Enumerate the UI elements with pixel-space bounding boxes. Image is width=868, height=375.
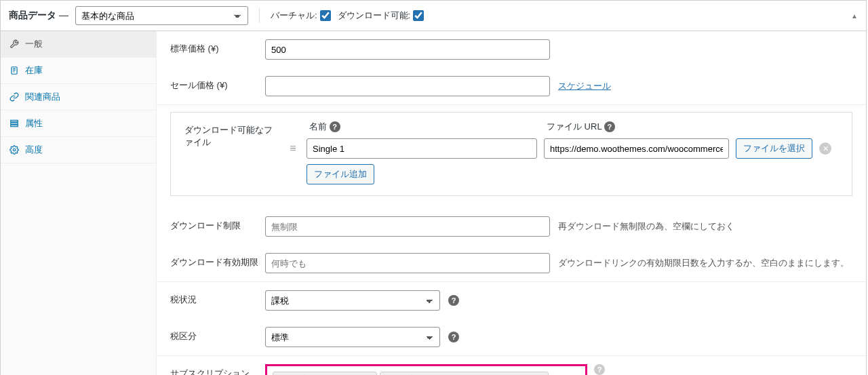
virtual-checkbox-group[interactable]: バーチャル:: [271, 9, 331, 22]
subscription-select-box[interactable]: × 野菜定期パック (#8377) × 野菜定期パック (バリエーション) (#…: [265, 364, 587, 375]
col-url-label: ファイル URL: [547, 121, 601, 132]
regular-price-label: 標準価格 (¥): [170, 39, 258, 55]
svg-rect-2: [11, 123, 18, 124]
tab-general[interactable]: 一般: [1, 31, 156, 58]
tax-class-row: 税区分 標準 ?: [157, 319, 866, 356]
svg-point-4: [13, 149, 16, 151]
tab-linked-label: 関連商品: [25, 91, 60, 103]
tab-linked[interactable]: 関連商品: [1, 84, 156, 111]
tabs-sidebar: 一般 在庫 関連商品 属性: [1, 31, 157, 375]
download-expiry-input[interactable]: [265, 253, 550, 273]
help-icon[interactable]: ?: [448, 295, 459, 306]
download-limit-input[interactable]: [265, 216, 550, 237]
regular-price-row: 標準価格 (¥): [157, 31, 866, 68]
svg-rect-1: [11, 120, 18, 121]
virtual-label: バーチャル:: [271, 9, 317, 22]
help-icon[interactable]: ?: [330, 121, 340, 132]
sale-price-label: セール価格 (¥): [170, 76, 258, 92]
help-icon[interactable]: ?: [448, 332, 459, 342]
add-file-button[interactable]: ファイル追加: [307, 164, 374, 184]
link-icon: [9, 92, 20, 102]
tab-inventory[interactable]: 在庫: [1, 58, 156, 84]
gear-icon: [9, 145, 20, 155]
tab-advanced-label: 高度: [25, 144, 43, 156]
virtual-checkbox[interactable]: [320, 10, 331, 21]
download-expiry-label: ダウンロード有効期限: [170, 253, 258, 269]
product-type-select[interactable]: 基本的な商品: [75, 6, 248, 25]
download-limit-label: ダウンロード制限: [170, 216, 258, 232]
subscription-tag: × 野菜定期パック (#8377): [273, 372, 377, 375]
help-icon[interactable]: ?: [594, 364, 605, 375]
downloadable-checkbox-group[interactable]: ダウンロード可能:: [338, 9, 425, 22]
download-limit-row: ダウンロード制限 再ダウンロード無制限の為、空欄にしておく: [157, 208, 866, 245]
file-url-input[interactable]: [544, 138, 729, 159]
download-expiry-help: ダウンロードリンクの有効期限日数を入力するか、空白のままにします。: [558, 257, 849, 269]
download-limit-help: 再ダウンロード無制限の為、空欄にしておく: [558, 220, 734, 233]
downloadable-files-box: ダウンロード可能なファイル 名前 ? ファイル URL ?: [170, 112, 852, 196]
tab-advanced[interactable]: 高度: [1, 137, 156, 163]
schedule-link[interactable]: スケジュール: [558, 80, 611, 92]
subscription-row: サブスクリプション × 野菜定期パック (#8377) × 野菜定期パック (バ…: [157, 356, 866, 375]
regular-price-input[interactable]: [265, 39, 550, 60]
sale-price-input[interactable]: [265, 76, 550, 96]
subscription-tag: × 野菜定期パック (バリエーション) (#8379): [380, 372, 549, 375]
help-icon[interactable]: ?: [604, 121, 615, 132]
wrench-icon: [9, 39, 20, 49]
downloadable-label: ダウンロード可能:: [338, 9, 411, 22]
file-name-input[interactable]: [307, 138, 537, 159]
file-row: ≡ ファイルを選択 ✕: [279, 138, 838, 164]
files-header-row: 名前 ? ファイル URL ?: [279, 121, 838, 138]
list-icon: [9, 119, 20, 128]
drag-handle-icon[interactable]: ≡: [286, 142, 300, 155]
tax-class-label: 税区分: [170, 327, 258, 342]
panel-header: 商品データ — 基本的な商品 バーチャル: ダウンロード可能: ▲: [1, 1, 866, 31]
panel-title-text: 商品データ: [9, 9, 56, 20]
svg-rect-3: [11, 125, 18, 126]
panel-title: 商品データ —: [9, 9, 68, 22]
tax-status-row: 税状況 課税 ?: [157, 282, 866, 319]
downloadable-checkbox[interactable]: [413, 10, 424, 21]
delete-file-icon[interactable]: ✕: [819, 142, 831, 155]
tab-general-label: 一般: [25, 38, 43, 50]
choose-file-button[interactable]: ファイルを選択: [736, 138, 812, 159]
tab-attributes[interactable]: 属性: [1, 111, 156, 137]
tab-attributes-label: 属性: [25, 117, 43, 130]
collapse-toggle-icon[interactable]: ▲: [851, 12, 858, 20]
title-dash: —: [59, 9, 68, 20]
files-section-label: ダウンロード可能なファイル: [184, 121, 273, 191]
col-name-label: 名前: [309, 121, 327, 132]
panel-body: 一般 在庫 関連商品 属性: [1, 31, 866, 375]
clipboard-icon: [9, 66, 20, 75]
tab-content: 標準価格 (¥) セール価格 (¥) スケジュール ダウンロード可能なファイル: [157, 31, 866, 375]
product-data-panel: 商品データ — 基本的な商品 バーチャル: ダウンロード可能: ▲ 一般: [0, 0, 867, 375]
tax-status-select[interactable]: 課税: [265, 290, 440, 311]
separator: [259, 8, 260, 23]
download-expiry-row: ダウンロード有効期限 ダウンロードリンクの有効期限日数を入力するか、空白のままに…: [157, 245, 866, 282]
sale-price-row: セール価格 (¥) スケジュール: [157, 68, 866, 105]
tax-class-select[interactable]: 標準: [265, 327, 440, 347]
subscription-label: サブスクリプション: [170, 364, 258, 375]
tab-inventory-label: 在庫: [25, 64, 43, 77]
tax-status-label: 税状況: [170, 290, 258, 306]
